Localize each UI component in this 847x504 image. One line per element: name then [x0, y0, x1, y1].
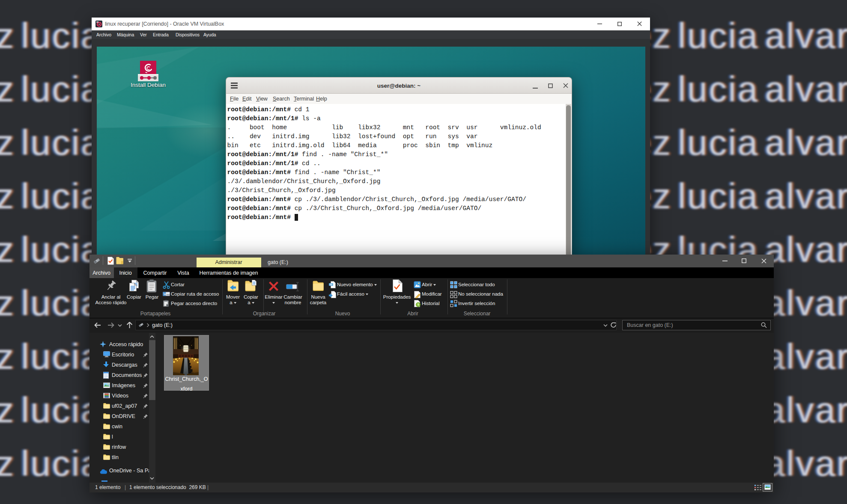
- svg-text:W: W: [164, 293, 167, 296]
